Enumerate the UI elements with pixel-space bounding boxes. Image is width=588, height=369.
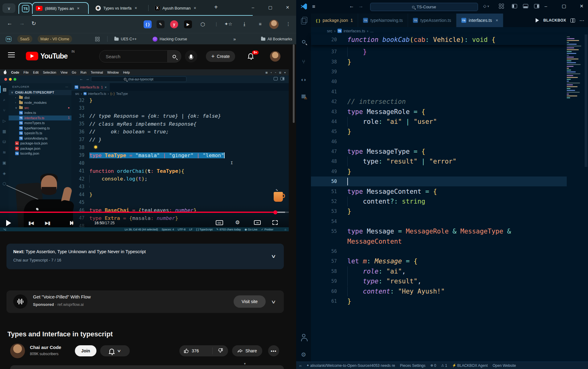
profile-avatar[interactable] (269, 20, 279, 29)
bookmark-ue5[interactable]: UE5 C++ (112, 35, 139, 43)
status-item[interactable]: Open Website (492, 363, 516, 368)
code-area[interactable]: 37 }38}39404142// intersection43type Mes… (311, 47, 567, 306)
code-line-54[interactable]: 54 (311, 217, 567, 226)
code-line-42[interactable]: 42// intersection (311, 97, 567, 107)
code-line-51[interactable]: 51type MessageContent = { (311, 186, 567, 196)
go-back-button[interactable]: ← (349, 3, 354, 9)
volume-button[interactable] (70, 221, 76, 225)
previous-button[interactable]: ▮◀ (28, 220, 33, 226)
breadcrumb[interactable]: src› TS interfaces.ts› ... (311, 27, 588, 34)
reload-button[interactable]: ↻ (31, 20, 36, 27)
menu-icon[interactable]: ≡ (312, 4, 315, 10)
source-control-icon[interactable]: ⑂ (296, 57, 311, 67)
explorer-item-typeNarrowing.ts[interactable]: TStypeNarrowing.ts (9, 126, 71, 131)
status-item[interactable]: ⚠1 (441, 363, 447, 368)
window-minimize-button[interactable]: – (248, 3, 258, 12)
extension-player-icon[interactable]: ▶ (184, 20, 192, 28)
ad-title[interactable]: Get "Voice-Pilled" With Flow (33, 294, 91, 299)
subscribed-bell-button[interactable]: ∨ (100, 345, 130, 356)
bookmark-hacking-course[interactable]: 🛡Hacking Course (150, 35, 190, 43)
code-line-58[interactable]: 58 role: "ai", (311, 266, 567, 276)
code-line-43[interactable]: 43type MessageRole = { (311, 107, 567, 116)
back-button[interactable]: ← (7, 20, 12, 26)
code-line-60[interactable]: 60 content: "Hey Ayush!" (311, 286, 567, 296)
progress-scrubber[interactable] (273, 210, 277, 214)
menu-run[interactable]: Run (80, 71, 86, 74)
explorer-item-package.json[interactable]: npackage.json (9, 146, 71, 151)
command-center-search[interactable]: TS-Course (370, 3, 478, 11)
extension-braces-icon[interactable]: { } (144, 20, 152, 28)
miniplayer-button[interactable]: ▸◂ (254, 220, 261, 225)
window-close-button[interactable]: ✕ (283, 3, 292, 12)
subtitles-button[interactable]: CC (216, 220, 223, 225)
reading-list-icon[interactable]: ✦☆ (224, 21, 232, 27)
code-line-39[interactable]: 39type TeaType = "masala" | "ginger" | "… (71, 152, 289, 160)
status-item[interactable]: ✎8703 chars today (216, 228, 241, 231)
code-line-44[interactable]: 44 role: "ai" | "user" (311, 117, 567, 127)
code-line-59[interactable]: 59 type: "result", (311, 276, 567, 286)
code-line-44[interactable]: 44} (71, 191, 289, 199)
code-line-33[interactable]: 33 (71, 104, 289, 112)
code-line-34[interactable]: 34// type Response = {ok: true} | {ok: f… (71, 112, 289, 120)
menu-go[interactable]: Go (72, 71, 76, 74)
status-item[interactable]: Ln 39, Col 45 (44 selected) (125, 228, 158, 231)
video-progress-bar[interactable] (0, 212, 289, 213)
channel-name[interactable]: Chai aur Code (30, 345, 61, 350)
search-input[interactable]: Search (99, 50, 168, 63)
code-line-40[interactable]: 40 (311, 77, 567, 87)
fullscreen-button[interactable] (272, 220, 278, 225)
pinned-tab[interactable]: TS (18, 3, 33, 14)
status-item[interactable]: Pieces Settings (400, 363, 426, 368)
menu-terminal[interactable]: Terminal (91, 71, 103, 74)
explorer-item-typesInTs.ts[interactable]: TStypesInTs.ts (9, 131, 71, 136)
guide-menu-icon[interactable] (8, 52, 15, 57)
code-line-48[interactable]: 48 type: "result" | "error" (311, 156, 567, 166)
tab-close-icon[interactable]: × (496, 18, 498, 23)
sticky-scroll-line[interactable]: 20 function bookCab(cab: Vehicle): void … (311, 34, 567, 45)
explorer-item-index.ts[interactable]: TSindex.ts (9, 110, 71, 116)
join-button[interactable]: Join (75, 345, 96, 356)
code-line-39[interactable]: 39 (311, 67, 567, 77)
tab-close-icon[interactable]: × (135, 6, 137, 10)
code-line-36[interactable]: 36// ok: boolean = true; (71, 128, 289, 136)
ad-chevron-icon[interactable]: ∨ (271, 299, 276, 305)
forward-button[interactable]: → (19, 20, 25, 26)
code-line-45[interactable]: 45} (311, 127, 567, 136)
bookmark-ts[interactable]: TS (3, 35, 14, 43)
extensions-puzzle-icon[interactable]: ⬡ (199, 20, 207, 28)
tab-typeAssertion[interactable]: TS typeAssertion.ts (408, 14, 456, 27)
next-button[interactable]: ▶▮ (45, 220, 50, 226)
bookmark-apps-grid[interactable] (92, 35, 102, 43)
page-scrollbar[interactable] (292, 44, 295, 369)
menu-edit[interactable]: Edit (33, 71, 39, 74)
explorer-item-src[interactable]: ∨src● (9, 105, 71, 111)
code-line-32[interactable]: 32} (71, 96, 289, 104)
window-minimize-button[interactable]: – (545, 3, 547, 9)
scrollbar-thumb[interactable] (293, 44, 295, 123)
tab-typeNarrowing[interactable]: TS typeNarrowing.ts (358, 14, 408, 27)
split-editor-icon[interactable] (570, 18, 575, 22)
voice-search-button[interactable] (185, 50, 197, 63)
tab-search-button[interactable]: ∨ (2, 3, 15, 13)
window-close-button[interactable]: ✕ (580, 3, 584, 9)
code-line-37[interactable]: 37 } (311, 47, 567, 57)
scrollbar-thumb[interactable] (585, 34, 587, 167)
settings-gear-icon[interactable]: ⚙ (296, 349, 311, 360)
settings-button[interactable]: ⚙HD (235, 219, 289, 226)
all-bookmarks[interactable]: All Bookmarks (258, 35, 295, 43)
video-breadcrumb[interactable]: src› TS interfaceTs.ts› {⠆} TeaType (71, 91, 289, 96)
menu-window[interactable]: Window (107, 71, 119, 74)
visit-site-button[interactable]: Visit site (234, 295, 266, 308)
channel-avatar[interactable] (10, 343, 25, 358)
status-item[interactable]: UTF-8 (178, 228, 186, 231)
sponsored-ad-panel[interactable]: Get "Voice-Pilled" With Flow Sponsored ·… (6, 290, 284, 313)
tab-package-json[interactable]: { } package.json 1 (311, 14, 358, 27)
description-box[interactable] (10, 365, 284, 369)
explorer-item-interfaceTs.ts[interactable]: TSinterfaceTs.ts1 (9, 116, 71, 121)
explorer-item-dist[interactable]: ›dist (9, 95, 71, 100)
code-line-42[interactable]: 42 console.log(t); (71, 175, 289, 183)
toggle-secondary-sidebar-icon[interactable] (534, 4, 539, 8)
youtube-wordmark[interactable]: YouTube (40, 52, 67, 60)
toggle-panel-icon[interactable] (523, 4, 528, 8)
customize-layout-icon[interactable] (499, 4, 504, 9)
